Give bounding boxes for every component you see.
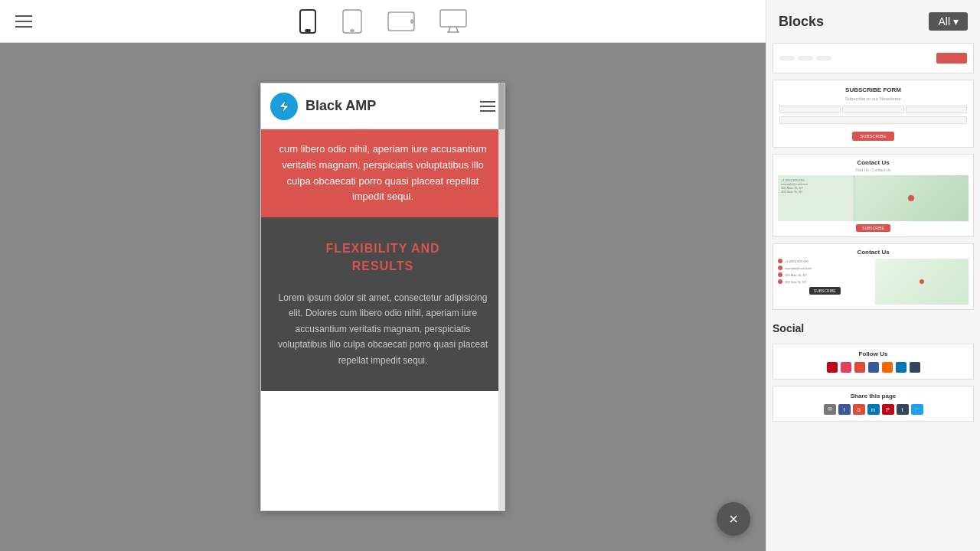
right-panel: Blocks All ▾ SUBSCRIBE FORM Subscribe to… <box>766 0 980 551</box>
mobile-gray-section: FLEXIBILITY ANDRESULTS Lorem ipsum dolor… <box>261 217 505 391</box>
contact-map-visual <box>854 175 969 221</box>
canvas-area: Black AMP cum libero odio nihil, aperiam… <box>0 0 766 551</box>
subscribe-field-2 <box>842 106 903 113</box>
contact-title-2: Contact Us <box>778 249 969 256</box>
scrollbar-thumb[interactable] <box>498 83 505 129</box>
pinterest-icon <box>827 362 838 373</box>
mobile-header: Black AMP <box>261 83 505 129</box>
contact-btn-1: SUBSCRIBE <box>856 224 890 232</box>
share-linkedin-icon: in <box>867 404 880 415</box>
nav-btn-preview <box>936 53 967 64</box>
block-thumbnail-nav[interactable] <box>773 43 974 73</box>
svg-rect-3 <box>351 30 354 31</box>
section-title: FLEXIBILITY ANDRESULTS <box>276 240 489 275</box>
dropdown-arrow-icon: ▾ <box>953 15 959 28</box>
share-tumblr-icon: t <box>897 404 909 415</box>
subscribe-field-message <box>779 116 967 124</box>
hamburger-menu[interactable] <box>15 15 32 28</box>
share-google-icon: G <box>853 404 865 415</box>
contact-info-2: +1 (000) 000-000 example@mail.com 100 Ma… <box>778 259 872 305</box>
contact-sub-1: Find Us / Contact Us <box>778 168 969 172</box>
mobile-nav-menu[interactable] <box>480 101 495 112</box>
rss-icon <box>882 362 893 373</box>
svg-line-7 <box>449 27 450 32</box>
svg-marker-10 <box>279 100 289 112</box>
mobile-device-button[interactable] <box>296 6 320 37</box>
block-thumbnail-contact-2[interactable]: Contact Us +1 (000) 000-000 example@mail… <box>773 243 974 310</box>
svg-line-8 <box>456 27 458 32</box>
right-panel-header: Blocks All ▾ <box>766 0 980 37</box>
device-buttons <box>296 6 470 37</box>
logo-text: Black AMP <box>305 98 376 114</box>
contact-map-1: +1 (000) 000-000 example@mail.com 100 Ma… <box>778 175 969 221</box>
svg-rect-1 <box>305 30 310 31</box>
mobile-scrollbar[interactable] <box>498 83 505 510</box>
fab-close-button[interactable]: × <box>717 502 750 536</box>
blocks-list: SUBSCRIBE FORM Subscribe to our Newslett… <box>766 37 980 551</box>
block-thumbnail-contact-1[interactable]: Contact Us Find Us / Contact Us +1 (000)… <box>773 154 974 237</box>
red-section-text: cum libero odio nihil, aperiam iure accu… <box>276 142 489 205</box>
subscribe-btn: SUBSCRIBE <box>852 132 894 141</box>
block-thumbnail-share[interactable]: Share this page ✉ f G in P t 🐦 <box>773 386 974 422</box>
mobile-red-section: cum libero odio nihil, aperiam iure accu… <box>261 129 505 217</box>
tumblr-icon <box>910 362 920 373</box>
google-icon <box>854 362 865 373</box>
share-email-icon: ✉ <box>824 404 836 415</box>
preview-area: Black AMP cum libero odio nihil, aperiam… <box>0 43 766 551</box>
tablet-landscape-device-button[interactable] <box>384 8 418 35</box>
all-dropdown-button[interactable]: All ▾ <box>929 12 968 31</box>
contact-map-info: +1 (000) 000-000 example@mail.com 100 Ma… <box>778 175 854 221</box>
toolbar-left <box>15 15 32 28</box>
block-thumbnail-subscribe[interactable]: SUBSCRIBE FORM Subscribe to our Newslett… <box>773 80 974 148</box>
subscribe-field-1 <box>779 106 841 113</box>
linkedin-icon <box>896 362 906 373</box>
toolbar <box>0 0 766 43</box>
follow-title: Follow Us <box>779 350 967 357</box>
subscribe-title: SUBSCRIBE FORM <box>779 86 967 93</box>
share-pinterest-icon: P <box>882 404 894 415</box>
share-icons: ✉ f G in P t 🐦 <box>779 404 967 415</box>
follow-icons <box>779 362 967 373</box>
svg-rect-5 <box>411 20 413 23</box>
share-facebook-icon: f <box>838 404 851 415</box>
contact-body-2: +1 (000) 000-000 example@mail.com 100 Ma… <box>778 259 969 305</box>
mobile-logo: Black AMP <box>270 93 376 120</box>
social-section-label: Social <box>773 316 974 337</box>
logo-icon <box>270 93 298 120</box>
contact-map-2 <box>875 259 969 305</box>
subscribe-sub: Subscribe to our Newsletter <box>779 96 967 101</box>
section-body: Lorem ipsum dolor sit amet, consectetur … <box>276 290 489 368</box>
facebook-icon <box>868 362 879 373</box>
contact2-subscribe-btn: SUBSCRIBE <box>809 287 841 295</box>
instagram-icon <box>841 362 851 373</box>
svg-rect-4 <box>388 12 414 31</box>
tablet-device-button[interactable] <box>338 6 366 37</box>
svg-rect-6 <box>440 10 466 27</box>
desktop-device-button[interactable] <box>436 6 470 37</box>
fab-icon: × <box>729 510 738 528</box>
map-pin <box>908 195 914 201</box>
block-thumbnail-follow[interactable]: Follow Us <box>773 344 974 380</box>
panel-title: Blocks <box>779 14 824 30</box>
share-twitter-icon: 🐦 <box>911 404 923 415</box>
nav-dots <box>779 56 831 60</box>
mobile-frame: Black AMP cum libero odio nihil, aperiam… <box>260 83 505 511</box>
contact-title-1: Contact Us <box>778 159 969 166</box>
share-title: Share this page <box>779 393 967 399</box>
map-pin-2 <box>920 279 924 284</box>
subscribe-field-3 <box>906 106 967 113</box>
